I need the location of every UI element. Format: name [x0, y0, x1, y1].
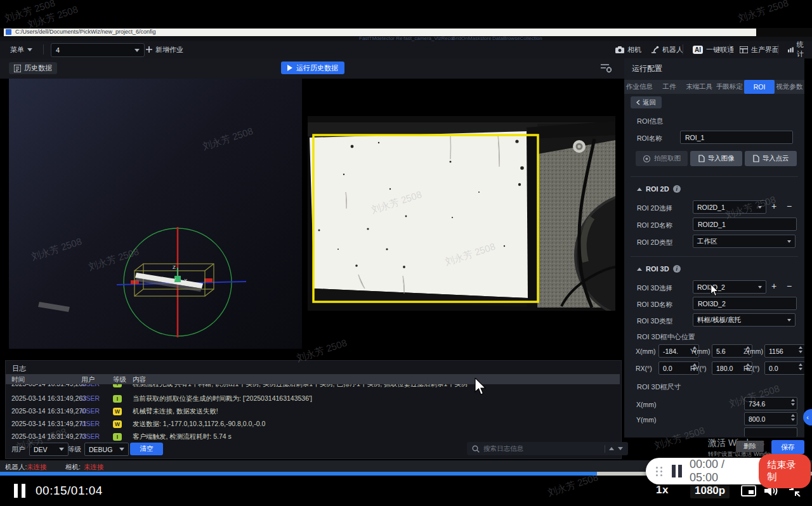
- axis-label-z: Z: [173, 264, 176, 270]
- video-time: 00:15/01:04: [36, 484, 103, 498]
- divider: [730, 44, 730, 55]
- panel-collapse-handle[interactable]: ‹: [803, 409, 812, 425]
- log-level-select[interactable]: DEBUG: [84, 443, 129, 456]
- capture-image-label: 拍照取图: [654, 154, 681, 163]
- ry-value: 180.0: [716, 365, 733, 372]
- log-title: 日志: [12, 364, 26, 373]
- roi-2d-type-select[interactable]: 工作区: [693, 235, 796, 248]
- save-button[interactable]: 保存: [771, 440, 804, 454]
- chevron-up-icon[interactable]: [609, 447, 614, 450]
- add-job-button[interactable]: 新增作业: [141, 43, 188, 56]
- roi-3d-type-select[interactable]: 料框/栈板/底托: [693, 313, 796, 327]
- z-mm-spinner[interactable]: 1156: [764, 344, 804, 358]
- log-level-label: 等级: [68, 445, 81, 454]
- log-row[interactable]: 2025-03-14 16:31:49,271 USER W 发送数据: 1,-…: [6, 418, 620, 429]
- rz-spinner[interactable]: 0.0: [764, 361, 804, 375]
- filter-settings-icon[interactable]: [600, 63, 613, 74]
- watermark: 刘永芳 2508: [3, 0, 56, 25]
- robot-button[interactable]: 机器人: [646, 43, 688, 56]
- pause-button[interactable]: [14, 484, 25, 498]
- production-button[interactable]: 生产界面: [735, 43, 784, 56]
- roi-2d-select[interactable]: ROI2D_1: [693, 200, 766, 214]
- background-tab: GridOnMaskstore: [452, 36, 492, 41]
- import-image-button[interactable]: 导入图像: [690, 151, 742, 166]
- recorder-pause-button[interactable]: [672, 465, 682, 477]
- log-user-select[interactable]: DEV: [29, 443, 69, 456]
- log-row[interactable]: 2025-03-14 16:31:49,260 USER I 检测流程完成 共有…: [6, 384, 620, 390]
- tab-vision-params[interactable]: 视觉参数: [775, 80, 804, 94]
- roi-2d-add-button[interactable]: +: [771, 202, 776, 211]
- capture-image-button[interactable]: 拍照取图: [636, 151, 688, 166]
- viewport-camera[interactable]: [308, 116, 615, 311]
- roi-2d-header[interactable]: ROI 2D i: [637, 185, 681, 193]
- log-panel: 日志 时间 用户 等级 内容 2025-03-14 16:31:49,260 U…: [5, 360, 622, 459]
- camera-button[interactable]: 相机: [610, 43, 646, 56]
- spin-down-icon: [791, 418, 795, 421]
- history-data-chip[interactable]: 历史数据: [9, 62, 57, 74]
- file-icon: [753, 155, 759, 162]
- run-history-button[interactable]: 运行历史数据: [281, 62, 344, 74]
- roi-2d-select-value: ROI2D_1: [697, 204, 725, 211]
- drag-handle-icon[interactable]: [656, 467, 663, 476]
- mouse-cursor: [475, 378, 487, 396]
- file-icon: [698, 155, 705, 162]
- tab-hand-eye[interactable]: 手眼标定: [714, 80, 744, 94]
- divider: [683, 44, 683, 55]
- spin-up-icon: [791, 414, 795, 417]
- tab-workpiece[interactable]: 工件: [654, 80, 684, 94]
- tab-roi[interactable]: ROI: [744, 80, 774, 94]
- roi-3d-remove-button[interactable]: −: [787, 282, 792, 290]
- job-select[interactable]: 4: [51, 43, 145, 57]
- bar-chart-icon: [788, 46, 794, 53]
- roi-3d-add-button[interactable]: +: [771, 282, 776, 290]
- chevron-down-icon: [134, 49, 140, 52]
- import-cloud-button[interactable]: 导入点云: [745, 151, 797, 166]
- roi-3d-header[interactable]: ROI 3D i: [637, 265, 681, 273]
- add-job-label: 新增作业: [155, 45, 183, 55]
- panel-title: 运行配置: [632, 63, 662, 74]
- size-y-spinner[interactable]: 800.0: [744, 412, 797, 425]
- size-x-spinner[interactable]: 734.6: [744, 397, 797, 410]
- log-search[interactable]: 搜索日志信息: [467, 442, 628, 455]
- roi-3d-select[interactable]: ROI3D_2: [693, 280, 766, 294]
- ai-connect-button[interactable]: AI 一键联通: [688, 43, 739, 56]
- roi-2d-type-label: ROI 2D类型: [637, 238, 672, 247]
- roi-2d-name-input[interactable]: ROI2D_1: [693, 217, 797, 231]
- roi-name-label: ROI名称: [637, 134, 662, 143]
- level-badge-warn: W: [113, 408, 122, 415]
- clear-log-button[interactable]: 清空: [130, 443, 163, 455]
- camera-icon: [643, 155, 651, 162]
- z-mm-label: Z(mm): [743, 347, 763, 355]
- chevron-down-icon[interactable]: [618, 447, 623, 450]
- divider: [43, 44, 44, 55]
- back-button[interactable]: 返回: [631, 96, 662, 108]
- log-row[interactable]: 2025-03-14 16:31:49,263 USER I 当前获取的抓取位姿…: [6, 392, 620, 404]
- log-row[interactable]: 2025-03-14 16:31:49,270 USER W 机械臂未连接, 数…: [6, 405, 620, 417]
- chevron-down-icon: [758, 286, 762, 289]
- ai-badge-icon: AI: [693, 46, 703, 54]
- stop-recording-button[interactable]: 结束录制: [759, 454, 811, 488]
- menu-button[interactable]: 菜单: [5, 43, 37, 56]
- x-mm-value: -184.: [663, 347, 678, 355]
- playback-speed-button[interactable]: 1x: [656, 484, 669, 496]
- tab-job-info[interactable]: 作业信息: [624, 80, 654, 94]
- chevron-left-icon: [636, 100, 640, 105]
- quality-button[interactable]: 1080p: [690, 483, 730, 498]
- robot-status-label: 机器人:: [5, 463, 27, 472]
- roi-2d-select-label: ROI 2D选择: [637, 204, 672, 213]
- pip-icon[interactable]: [741, 485, 756, 496]
- background-tab: FastTMdetector Re: [359, 36, 402, 41]
- roi-3d-name-input[interactable]: ROI3D_2: [693, 297, 797, 310]
- size-x-value: 734.6: [749, 400, 765, 408]
- size-z-spinner-clipped[interactable]: [744, 427, 797, 437]
- ry-label: RY(°): [690, 365, 707, 372]
- stats-button[interactable]: 统计: [783, 43, 812, 56]
- viewport-3d[interactable]: Z Y X: [9, 79, 302, 349]
- tab-end-tool[interactable]: 末端工具: [684, 80, 714, 94]
- size-x-label: X(mm): [636, 401, 657, 408]
- roi-2d-remove-button[interactable]: −: [787, 202, 792, 211]
- run-config-panel: 运行配置 作业信息 工件 末端工具 手眼标定 ROI 视觉参数 返回 ROI信息…: [624, 58, 804, 438]
- spin-up-icon: [799, 363, 802, 366]
- roi-name-input[interactable]: ROI_1: [680, 131, 793, 144]
- robot-status-value: 未连接: [27, 463, 47, 472]
